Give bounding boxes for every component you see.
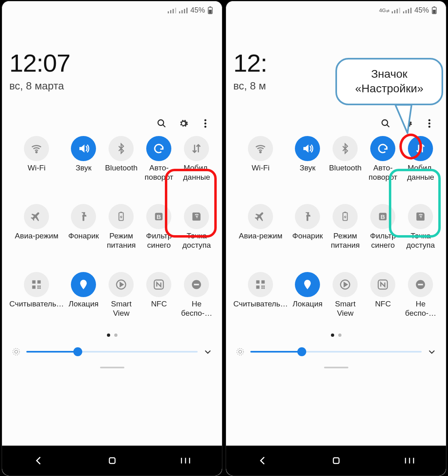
tile-dnd[interactable]: Не беспо-… bbox=[179, 272, 215, 319]
tile-rotate[interactable]: Авто-поворот bbox=[365, 136, 401, 183]
svg-point-42 bbox=[429, 123, 431, 125]
tile-data[interactable]: Мобил. данные bbox=[179, 136, 215, 183]
nav-back[interactable] bbox=[249, 455, 277, 466]
tile-cast[interactable]: Smart View bbox=[103, 272, 139, 319]
svg-line-4 bbox=[163, 125, 165, 127]
tile-data[interactable]: Мобил. данные bbox=[403, 136, 439, 183]
svg-rect-55 bbox=[256, 285, 260, 289]
tile-wifi[interactable]: Wi-Fi bbox=[233, 136, 288, 183]
svg-rect-68 bbox=[333, 458, 339, 463]
tile-bt[interactable]: Bluetooth bbox=[103, 136, 139, 183]
swipe-handle[interactable] bbox=[324, 367, 348, 368]
phone-right: 4G⇅ 45% 12: вс, 8 м Wi-FiЗвукBluetoothАв… bbox=[226, 1, 446, 476]
tile-bt[interactable]: Bluetooth bbox=[327, 136, 363, 183]
signal-icon bbox=[403, 8, 412, 13]
hotspot-icon bbox=[184, 204, 209, 229]
tile-bfilter[interactable]: BФильтр синего bbox=[141, 204, 177, 251]
svg-text:B: B bbox=[381, 213, 385, 220]
svg-rect-20 bbox=[38, 285, 39, 287]
svg-point-24 bbox=[82, 282, 85, 284]
hotspot-icon bbox=[408, 204, 433, 229]
battery-icon bbox=[207, 6, 213, 15]
tile-label: Звук bbox=[300, 164, 316, 183]
qr-icon bbox=[248, 272, 273, 297]
sound-icon bbox=[71, 136, 96, 161]
nav-recents[interactable] bbox=[395, 457, 424, 465]
tile-flash[interactable]: Фонарик bbox=[290, 204, 326, 251]
tile-plane[interactable]: Авиа-режим bbox=[233, 204, 288, 251]
tile-label: Авто-поворот bbox=[365, 164, 401, 183]
sound-icon bbox=[295, 136, 320, 161]
svg-line-40 bbox=[387, 125, 389, 127]
tile-dnd[interactable]: Не беспо-… bbox=[403, 272, 439, 319]
chevron-down-icon[interactable] bbox=[427, 347, 436, 356]
tile-sound[interactable]: Звук bbox=[66, 136, 102, 183]
tile-label: Режим питания bbox=[103, 232, 139, 251]
tile-cast[interactable]: Smart View bbox=[327, 272, 363, 319]
tile-label: NFC bbox=[375, 300, 391, 319]
svg-rect-47 bbox=[307, 217, 308, 221]
svg-point-16 bbox=[196, 217, 198, 218]
signal-icon bbox=[392, 8, 401, 13]
more-icon[interactable] bbox=[200, 118, 211, 129]
tile-nfc[interactable]: NFC bbox=[365, 272, 401, 319]
tile-qr[interactable]: Считыватель… bbox=[233, 272, 288, 319]
nav-home[interactable] bbox=[322, 456, 350, 465]
tile-qr[interactable]: Считыватель… bbox=[9, 272, 64, 319]
svg-marker-72 bbox=[395, 105, 412, 133]
tile-power[interactable]: Режим питания bbox=[103, 204, 139, 251]
tile-label: Считыватель… bbox=[233, 300, 288, 319]
rotate-icon bbox=[146, 136, 171, 161]
search-icon[interactable] bbox=[380, 118, 391, 129]
bt-icon bbox=[333, 136, 358, 161]
tile-nfc[interactable]: NFC bbox=[141, 272, 177, 319]
tile-label: Не беспо-… bbox=[179, 300, 215, 319]
nav-back[interactable] bbox=[25, 455, 53, 466]
svg-point-30 bbox=[15, 350, 17, 353]
nav-recents[interactable] bbox=[171, 457, 200, 465]
svg-point-44 bbox=[260, 151, 261, 153]
tile-label: Wi-Fi bbox=[28, 164, 45, 183]
svg-text:B: B bbox=[157, 213, 161, 220]
loc-icon bbox=[295, 272, 320, 297]
more-icon[interactable] bbox=[424, 118, 435, 129]
tile-loc[interactable]: Локация bbox=[66, 272, 102, 319]
tile-power[interactable]: Режим питания bbox=[327, 204, 363, 251]
brightness-slider[interactable] bbox=[250, 351, 422, 353]
swipe-handle[interactable] bbox=[100, 367, 124, 368]
brightness-low-icon bbox=[12, 347, 21, 356]
tiles-grid-right: Wi-FiЗвукBluetoothАвто-поворотМобил. дан… bbox=[233, 136, 439, 319]
tile-rotate[interactable]: Авто-поворот bbox=[141, 136, 177, 183]
tile-label: Фонарик bbox=[292, 232, 323, 251]
brightness-slider[interactable] bbox=[26, 351, 198, 353]
power-icon bbox=[333, 204, 358, 229]
tile-sound[interactable]: Звук bbox=[290, 136, 326, 183]
cast-icon bbox=[109, 272, 134, 297]
tile-bfilter[interactable]: BФильтр синего bbox=[365, 204, 401, 251]
tile-loc[interactable]: Локация bbox=[290, 272, 326, 319]
tile-plane[interactable]: Авиа-режим bbox=[9, 204, 64, 251]
nav-home[interactable] bbox=[98, 456, 126, 465]
bfilter-icon: B bbox=[146, 204, 171, 229]
tile-wifi[interactable]: Wi-Fi bbox=[9, 136, 64, 183]
panel-toolbar bbox=[9, 117, 215, 136]
gear-icon[interactable] bbox=[178, 118, 189, 129]
tile-hotspot[interactable]: Точка доступа bbox=[403, 204, 439, 251]
svg-rect-17 bbox=[32, 280, 36, 284]
chevron-down-icon[interactable] bbox=[203, 347, 212, 356]
tile-hotspot[interactable]: Точка доступа bbox=[179, 204, 215, 251]
search-icon[interactable] bbox=[156, 118, 167, 129]
svg-rect-58 bbox=[262, 287, 263, 289]
nfc-icon bbox=[370, 272, 395, 297]
flash-icon bbox=[71, 204, 96, 229]
svg-rect-11 bbox=[83, 217, 84, 221]
svg-rect-65 bbox=[418, 284, 423, 285]
svg-point-31 bbox=[13, 348, 20, 355]
tile-label: Не беспо-… bbox=[403, 300, 439, 319]
svg-marker-26 bbox=[120, 283, 124, 287]
tile-flash[interactable]: Фонарик bbox=[66, 204, 102, 251]
svg-rect-23 bbox=[39, 285, 41, 287]
signal-icon bbox=[179, 8, 188, 13]
battery-icon bbox=[431, 6, 437, 15]
page-indicator bbox=[9, 334, 215, 337]
